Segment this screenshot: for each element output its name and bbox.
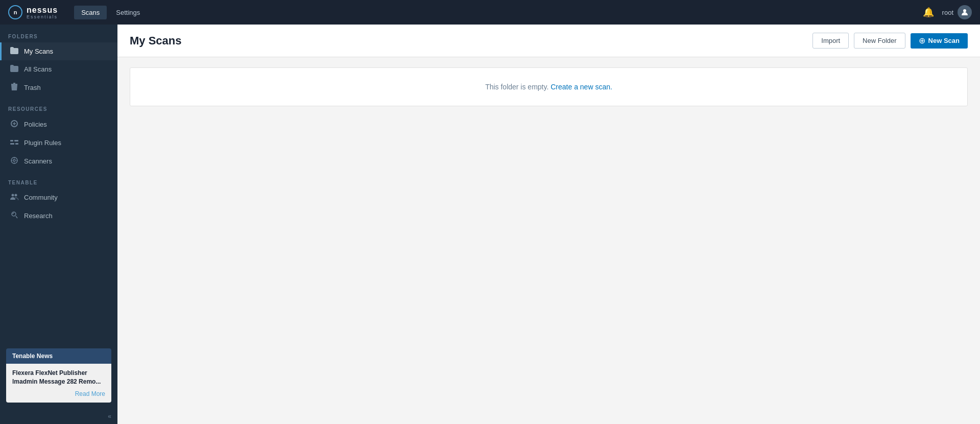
nav-settings[interactable]: Settings [109,6,147,19]
svg-rect-5 [15,143,18,145]
collapse-icon: « [108,413,111,420]
my-scans-label: My Scans [24,48,53,55]
create-new-scan-link[interactable]: Create a new scan. [551,83,612,91]
new-scan-label: New Scan [928,37,960,44]
main-actions: Import New Folder ⊕ New Scan [812,33,968,49]
community-label: Community [24,194,58,201]
main-content: This folder is empty. Create a new scan. [117,57,980,424]
empty-state-message: This folder is empty. [485,83,548,91]
community-icon [10,193,19,202]
logo-icon: n [8,5,22,19]
new-scan-button[interactable]: ⊕ New Scan [911,33,968,49]
svg-rect-3 [14,140,18,142]
page-title: My Scans [130,34,182,48]
resources-label: RESOURCES [0,97,117,115]
svg-point-0 [963,9,966,12]
svg-rect-4 [10,143,14,145]
svg-point-8 [12,194,14,197]
empty-state-text: This folder is empty. Create a new scan. [485,83,612,91]
notifications-icon[interactable]: 🔔 [923,7,934,18]
svg-point-7 [13,159,15,161]
news-header: Tenable News [6,348,111,364]
folder-icon [10,47,19,56]
svg-point-9 [15,194,17,197]
tenable-news-widget: Tenable News Flexera FlexNet Publisher l… [6,348,111,403]
sidebar-item-plugin-rules[interactable]: Plugin Rules [0,134,117,152]
new-folder-button[interactable]: New Folder [854,33,905,49]
topnav-nav: Scans Settings [74,6,922,19]
main-content-area: My Scans Import New Folder ⊕ New Scan Th… [117,25,980,424]
plugin-rules-label: Plugin Rules [24,139,61,147]
user-menu[interactable]: root [942,5,972,19]
layout: FOLDERS My Scans All Scans Trash RESOURC… [0,25,980,424]
svg-rect-2 [10,140,13,142]
research-label: Research [24,212,53,220]
import-button[interactable]: Import [812,33,849,49]
topnav-right: 🔔 root [923,5,972,19]
trash-icon [10,83,19,92]
scanners-label: Scanners [24,157,52,165]
tenable-label: TENABLE [0,171,117,189]
sidebar-item-my-scans[interactable]: My Scans [0,42,117,60]
empty-state: This folder is empty. Create a new scan. [130,67,968,106]
news-body: Flexera FlexNet Publisher lmadmin Messag… [6,364,111,403]
folder-icon-all [10,65,19,74]
plugin-rules-icon [10,138,19,147]
sidebar-item-trash[interactable]: Trash [0,78,117,97]
all-scans-label: All Scans [24,65,52,73]
scanners-icon [10,156,19,166]
sidebar-item-scanners[interactable]: Scanners [0,152,117,171]
logo-text: nessus Essentials [27,6,58,19]
main-header: My Scans Import New Folder ⊕ New Scan [117,25,980,57]
topnav: n nessus Essentials Scans Settings 🔔 roo… [0,0,980,25]
policies-label: Policies [24,121,47,128]
sidebar-collapse-button[interactable]: « [0,409,117,424]
avatar [958,5,972,19]
policies-icon [10,120,19,129]
svg-point-10 [12,212,16,216]
folders-label: FOLDERS [0,25,117,42]
sidebar-item-community[interactable]: Community [0,189,117,206]
logo: n nessus Essentials [8,5,58,19]
nav-scans[interactable]: Scans [74,6,107,19]
plus-icon: ⊕ [919,37,925,45]
sidebar-item-research[interactable]: Research [0,206,117,225]
news-title: Flexera FlexNet Publisher lmadmin Messag… [12,369,105,386]
sidebar-item-policies[interactable]: Policies [0,115,117,134]
read-more-link[interactable]: Read More [12,390,105,397]
trash-label: Trash [24,84,41,91]
research-icon [10,211,19,221]
username: root [942,9,953,16]
sidebar: FOLDERS My Scans All Scans Trash RESOURC… [0,25,117,424]
sidebar-item-all-scans[interactable]: All Scans [0,60,117,78]
